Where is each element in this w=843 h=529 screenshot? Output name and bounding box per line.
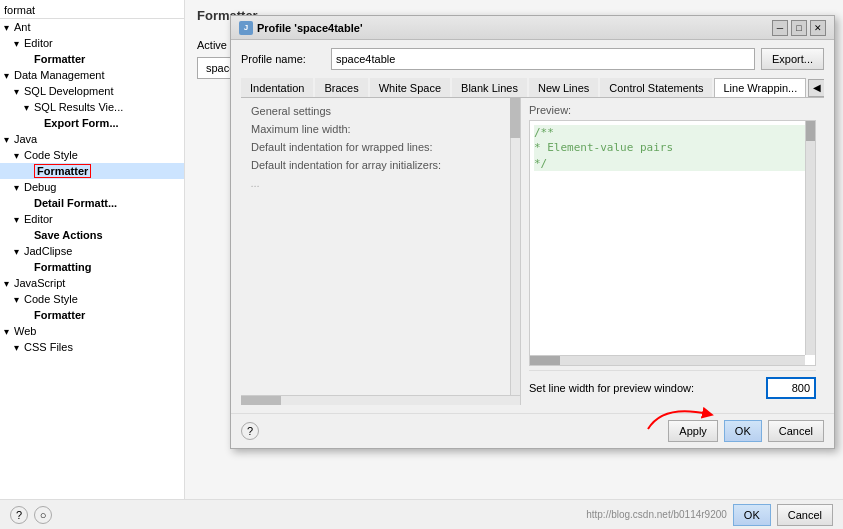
arrow-icon bbox=[24, 262, 34, 273]
arrow-icon bbox=[24, 54, 34, 65]
main-bottom-bar: ? ○ http://blog.csdn.net/b0114r9200 OK C… bbox=[0, 499, 843, 529]
tree-item-css-files[interactable]: ▾ CSS Files bbox=[0, 339, 184, 355]
arrow-icon: ▾ bbox=[14, 182, 24, 193]
tab-control-statements[interactable]: Control Statements bbox=[600, 78, 712, 97]
profile-name-input[interactable] bbox=[331, 48, 755, 70]
line-width-input[interactable] bbox=[766, 377, 816, 399]
dialog-titlebar: J Profile 'space4table' ─ □ ✕ bbox=[231, 16, 834, 40]
arrow-icon bbox=[24, 166, 34, 177]
preview-vscroll[interactable] bbox=[805, 121, 815, 355]
tree-label: Editor bbox=[24, 213, 53, 225]
list-item-general[interactable]: General settings bbox=[245, 102, 516, 120]
main-ok-button[interactable]: OK bbox=[733, 504, 771, 526]
preview-hscroll-thumb[interactable] bbox=[530, 356, 560, 365]
tree-label: Code Style bbox=[24, 293, 78, 305]
arrow-icon: ▾ bbox=[24, 102, 34, 113]
arrow-icon bbox=[34, 118, 44, 129]
main-cancel-button[interactable]: Cancel bbox=[777, 504, 833, 526]
close-button[interactable]: ✕ bbox=[810, 20, 826, 36]
tree-item-javascript[interactable]: ▾ JavaScript bbox=[0, 275, 184, 291]
tree-item-formatting[interactable]: Formatting bbox=[0, 259, 184, 275]
tree-item-editor[interactable]: ▾ Editor bbox=[0, 211, 184, 227]
list-item-wrapped-indent[interactable]: Default indentation for wrapped lines: bbox=[245, 138, 516, 156]
dialog-cancel-button[interactable]: Cancel bbox=[768, 420, 824, 442]
tree-item-web[interactable]: ▾ Web bbox=[0, 323, 184, 339]
tree-label: JavaScript bbox=[14, 277, 65, 289]
help-icon[interactable]: ? bbox=[241, 422, 259, 440]
tree-label: Detail Formatt... bbox=[34, 197, 117, 209]
tree-label: Formatter bbox=[34, 309, 85, 321]
profile-name-label: Profile name: bbox=[241, 53, 331, 65]
tab-left-panel: General settings Maximum line width: Def… bbox=[241, 98, 521, 405]
scroll-thumb-h[interactable] bbox=[241, 396, 281, 405]
tree-label: JadClipse bbox=[24, 245, 72, 257]
arrow-icon: ▾ bbox=[14, 38, 24, 49]
tree-item-ant-editor[interactable]: ▾ Editor bbox=[0, 35, 184, 51]
tree-item-sql-results[interactable]: ▾ SQL Results Vie... bbox=[0, 99, 184, 115]
tab-line-wrapping[interactable]: Line Wrappin... bbox=[714, 78, 806, 97]
list-item-more: ... bbox=[245, 174, 516, 192]
tree-item-java[interactable]: ▾ Java bbox=[0, 131, 184, 147]
dialog-bottom-left: ? bbox=[241, 422, 259, 440]
tree-item-ant-formatter[interactable]: Formatter bbox=[0, 51, 184, 67]
dialog-ok-button[interactable]: OK bbox=[724, 420, 762, 442]
list-item-max-width[interactable]: Maximum line width: bbox=[245, 120, 516, 138]
bottom-right: http://blog.csdn.net/b0114r9200 OK Cance… bbox=[586, 504, 833, 526]
dialog-title-text: Profile 'space4table' bbox=[257, 22, 363, 34]
minimize-button[interactable]: ─ bbox=[772, 20, 788, 36]
tab-nav-left[interactable]: ◀ bbox=[808, 79, 824, 97]
tabs: Indentation Braces White Space Blank Lin… bbox=[241, 78, 824, 98]
scroll-thumb[interactable] bbox=[510, 98, 520, 138]
main-info-icon[interactable]: ○ bbox=[34, 506, 52, 524]
tree-label: Ant bbox=[14, 21, 31, 33]
arrow-icon: ▾ bbox=[14, 294, 24, 305]
tree-label: SQL Results Vie... bbox=[34, 101, 123, 113]
tree-label: Debug bbox=[24, 181, 56, 193]
tree-item-code-style[interactable]: ▾ Code Style bbox=[0, 147, 184, 163]
list-item-array-indent[interactable]: Default indentation for array initialize… bbox=[245, 156, 516, 174]
tree-item-debug[interactable]: ▾ Debug bbox=[0, 179, 184, 195]
tree-item-js-code-style[interactable]: ▾ Code Style bbox=[0, 291, 184, 307]
tab-blank-lines[interactable]: Blank Lines bbox=[452, 78, 527, 97]
arrow-icon bbox=[24, 230, 34, 241]
sidebar: ▾ Ant ▾ Editor Formatter ▾ Data Manageme… bbox=[0, 0, 185, 499]
horizontal-scrollbar[interactable] bbox=[241, 395, 520, 405]
search-input[interactable] bbox=[0, 2, 184, 19]
tree-label: Formatter bbox=[34, 164, 91, 178]
dialog-title: J Profile 'space4table' bbox=[239, 21, 363, 35]
tree-item-detail-format[interactable]: Detail Formatt... bbox=[0, 195, 184, 211]
preview-vscroll-thumb[interactable] bbox=[806, 121, 815, 141]
arrow-icon bbox=[24, 310, 34, 321]
tab-new-lines[interactable]: New Lines bbox=[529, 78, 598, 97]
arrow-icon: ▾ bbox=[4, 134, 14, 145]
dialog-body: Profile name: Export... Indentation Brac… bbox=[231, 40, 834, 413]
tab-right-panel: Preview: /** * Element-value pairs */ bbox=[521, 98, 824, 405]
tree-label: Data Management bbox=[14, 69, 105, 81]
maximize-button[interactable]: □ bbox=[791, 20, 807, 36]
main-window: ▾ Ant ▾ Editor Formatter ▾ Data Manageme… bbox=[0, 0, 843, 529]
preview-label: Preview: bbox=[529, 104, 816, 116]
tree-item-sql-dev[interactable]: ▾ SQL Development bbox=[0, 83, 184, 99]
bottom-left: ? ○ bbox=[10, 506, 52, 524]
vertical-scrollbar[interactable] bbox=[510, 98, 520, 405]
tree-item-ant[interactable]: ▾ Ant bbox=[0, 19, 184, 35]
tree-item-data-management[interactable]: ▾ Data Management bbox=[0, 67, 184, 83]
comment-line-1: /** bbox=[534, 125, 811, 140]
tree-item-save-actions[interactable]: Save Actions bbox=[0, 227, 184, 243]
tab-indentation[interactable]: Indentation bbox=[241, 78, 313, 97]
tree-item-js-formatter[interactable]: Formatter bbox=[0, 307, 184, 323]
tab-white-space[interactable]: White Space bbox=[370, 78, 450, 97]
main-help-icon[interactable]: ? bbox=[10, 506, 28, 524]
apply-button[interactable]: Apply bbox=[668, 420, 718, 442]
preview-hscroll[interactable] bbox=[530, 355, 805, 365]
export-button[interactable]: Export... bbox=[761, 48, 824, 70]
profile-name-row: Profile name: Export... bbox=[241, 48, 824, 70]
right-panel: Formatter ←▼ ▼ →▼ ▼ Configure Project Sp… bbox=[185, 0, 843, 499]
tree-item-export-form[interactable]: Export Form... bbox=[0, 115, 184, 131]
arrow-icon: ▾ bbox=[14, 342, 24, 353]
arrow-icon: ▾ bbox=[4, 22, 14, 33]
tab-braces[interactable]: Braces bbox=[315, 78, 367, 97]
tree-item-jadclipse[interactable]: ▾ JadClipse bbox=[0, 243, 184, 259]
dialog-icon: J bbox=[239, 21, 253, 35]
tree-item-java-formatter[interactable]: Formatter bbox=[0, 163, 184, 179]
